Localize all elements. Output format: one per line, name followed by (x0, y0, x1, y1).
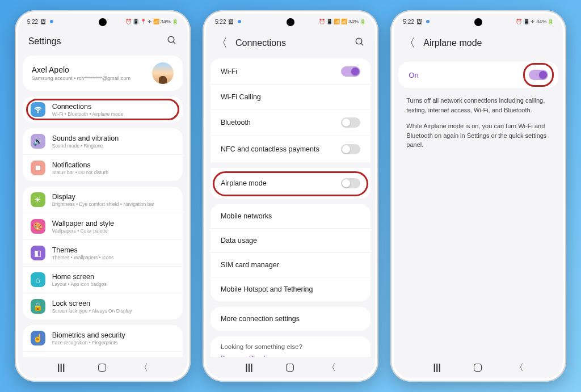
back-button[interactable]: 〈 (216, 35, 228, 50)
nav-bar: ||| 〈 (18, 357, 187, 378)
connections-group-1: Wi-Fi Wi-Fi Calling Bluetooth NFC and co… (210, 58, 371, 199)
connections-header: 〈 Connections (206, 29, 375, 58)
item-label: Display (52, 193, 175, 201)
gallery-icon: 🖼 (40, 19, 46, 25)
nfc-row[interactable]: NFC and contactless payments (210, 136, 371, 162)
front-camera (287, 18, 294, 26)
vibrate-icon: 📳 (326, 19, 332, 24)
profile-name: Axel Apelo (32, 65, 146, 74)
sound-icon: 🔊 (31, 134, 45, 149)
nav-recent-button[interactable]: ||| (57, 363, 65, 373)
search-icon[interactable] (167, 35, 177, 48)
item-sublabel: Layout • App icon badges (52, 281, 175, 287)
page-title: Airplane mode (423, 38, 553, 48)
mobile-networks-row[interactable]: Mobile networks (210, 204, 371, 228)
signal2-icon: 📶 (341, 19, 347, 24)
wifi-row[interactable]: Wi-Fi (210, 58, 371, 85)
location-icon: 📍 (140, 19, 146, 24)
status-dot-icon (238, 20, 241, 23)
gallery-icon: 🖼 (416, 19, 422, 25)
item-label: Connections (52, 103, 175, 111)
item-label: Lock screen (52, 300, 175, 307)
front-camera (474, 18, 482, 26)
nav-back-button[interactable]: 〈 (139, 362, 148, 374)
nav-home-button[interactable] (286, 364, 294, 372)
lock-screen-item[interactable]: 🔒 Lock screen Screen lock type • Always … (23, 293, 183, 319)
row-label: NFC and contactless payments (221, 145, 319, 153)
wifi-calling-row[interactable]: Wi-Fi Calling (210, 85, 371, 109)
svg-line-1 (173, 41, 175, 44)
nav-home-button[interactable] (474, 364, 482, 372)
connections-group-2: Mobile networks Data usage SIM card mana… (210, 204, 371, 301)
more-settings-row[interactable]: More connection settings (210, 307, 371, 331)
airplane-mode-row[interactable]: Airplane mode (210, 162, 371, 199)
display-icon: ☀ (31, 192, 45, 207)
profile-card[interactable]: Axel Apelo Samsung account • rch********… (23, 56, 183, 91)
connections-item[interactable]: Connections Wi-Fi • Bluetooth • Airplane… (23, 96, 183, 123)
on-label: On (409, 71, 418, 79)
item-label: Notifications (52, 161, 175, 169)
back-button[interactable]: 〈 (404, 35, 415, 50)
nfc-toggle[interactable] (341, 144, 360, 154)
battery-icon: 🔋 (172, 19, 178, 24)
airplane-on-toggle[interactable] (529, 70, 548, 80)
alarm-icon: ⏰ (319, 19, 325, 24)
wallpaper-item[interactable]: 🎨 Wallpaper and style Wallpapers • Color… (23, 213, 183, 239)
svg-point-4 (356, 38, 362, 44)
wifi-icon (31, 102, 45, 117)
nav-back-button[interactable]: 〈 (515, 362, 524, 374)
status-time: 5:22 (27, 19, 38, 25)
airplane-icon: ✈ (531, 19, 535, 24)
themes-item[interactable]: ◧ Themes Themes • Wallpapers • Icons (23, 239, 183, 266)
vibrate-icon: 📳 (523, 19, 529, 24)
airplane-on-row[interactable]: On (398, 62, 558, 88)
row-label: Data usage (221, 237, 257, 245)
settings-group-2: 🔊 Sounds and vibration Sound mode • Ring… (23, 128, 183, 181)
display-item[interactable]: ☀ Display Brightness • Eye comfort shiel… (23, 187, 183, 213)
power-button (378, 158, 378, 180)
nav-bar: ||| 〈 (394, 357, 563, 378)
page-title: Connections (235, 38, 347, 48)
item-label: Themes (52, 246, 175, 254)
notifications-item[interactable]: Notifications Status bar • Do not distur… (23, 154, 183, 181)
wifi-toggle[interactable] (341, 66, 360, 77)
nav-recent-button[interactable]: ||| (245, 363, 253, 373)
status-time: 5:22 (215, 19, 226, 25)
biometrics-icon: ☝ (31, 331, 45, 345)
biometrics-item[interactable]: ☝ Biometrics and security Face recogniti… (23, 325, 183, 351)
bluetooth-toggle[interactable] (341, 117, 360, 128)
privacy-item[interactable]: 🛡 Privacy Permission usage • Permission … (23, 351, 183, 357)
home-screen-item[interactable]: ⌂ Home screen Layout • App icon badges (23, 266, 183, 293)
avatar[interactable] (152, 62, 174, 84)
item-sublabel: Sound mode • Ringtone (52, 143, 175, 149)
row-label: Airplane mode (221, 179, 267, 187)
nav-back-button[interactable]: 〈 (327, 362, 336, 374)
phone-frame-3: 5:22 🖼 ⏰ 📳 ✈ 34% 🔋 〈 Airplane mode On (390, 10, 566, 382)
item-sublabel: Themes • Wallpapers • Icons (52, 255, 175, 260)
data-usage-row[interactable]: Data usage (210, 228, 371, 252)
search-icon[interactable] (355, 37, 365, 49)
settings-group-connections: Connections Wi-Fi • Bluetooth • Airplane… (23, 96, 183, 123)
airplane-header: 〈 Airplane mode (394, 29, 563, 58)
alarm-icon: ⏰ (516, 19, 522, 24)
gallery-icon: 🖼 (228, 19, 234, 25)
settings-group-4: ☝ Biometrics and security Face recogniti… (23, 325, 183, 357)
nav-recent-button[interactable]: ||| (433, 363, 441, 373)
item-label: Sounds and vibration (52, 134, 175, 142)
nav-home-button[interactable] (98, 364, 106, 372)
item-sublabel: Face recognition • Fingerprints (52, 340, 175, 345)
sounds-item[interactable]: 🔊 Sounds and vibration Sound mode • Ring… (23, 128, 183, 154)
airplane-description-1: Turns off all network connections includ… (398, 96, 558, 115)
item-label: Biometrics and security (52, 331, 175, 339)
looking-for-card: Looking for something else? Samsung Clou… (210, 336, 371, 357)
lock-icon: 🔒 (31, 299, 45, 314)
svg-point-2 (37, 112, 38, 112)
battery-icon: 🔋 (548, 19, 554, 24)
bluetooth-row[interactable]: Bluetooth (210, 109, 371, 136)
page-title: Settings (28, 36, 159, 47)
sim-manager-row[interactable]: SIM card manager (210, 252, 371, 277)
hotspot-row[interactable]: Mobile Hotspot and Tethering (210, 277, 371, 301)
airplane-toggle[interactable] (341, 178, 360, 188)
themes-icon: ◧ (31, 246, 45, 260)
volume-buttons (566, 75, 566, 107)
